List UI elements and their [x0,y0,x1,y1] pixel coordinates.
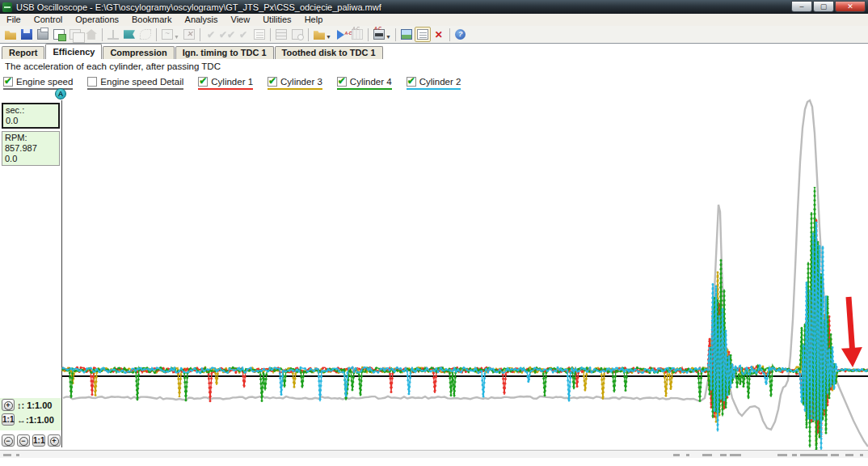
series-legend: Engine speed Engine speed Detail Cylinde… [3,77,461,90]
rpm-value-2: 0.0 [5,154,57,164]
reset-zoom-button[interactable]: 1:1 [32,434,45,447]
toggle-cylinder-1[interactable]: Cylinder 1 [198,77,253,90]
sec-readout[interactable]: sec.: 0.0 [2,103,60,129]
checkbox-checked-icon[interactable] [337,77,347,87]
window-zoom-icon[interactable] [289,27,305,42]
status-text-fragment [720,454,727,456]
toolbar-separator [156,28,157,41]
status-text-fragment [16,454,19,456]
toggle-engine-speed-detail[interactable]: Engine speed Detail [87,77,183,90]
toggle-cylinder-3[interactable]: Cylinder 3 [268,77,322,90]
menu-control[interactable]: Control [27,14,69,26]
menu-file[interactable]: File [0,14,27,26]
checkbox-checked-icon[interactable] [3,77,13,87]
toolbar-separator [395,28,396,41]
status-text-fragment [702,454,712,456]
toggle-cylinder-2[interactable]: Cylinder 2 [407,77,461,90]
status-text-fragment [831,454,839,456]
copy-screen-image-icon[interactable] [51,27,67,42]
zoom-vertical-plus-button[interactable]: + [2,399,15,411]
curve-settings-icon[interactable] [137,27,154,42]
app-icon [2,2,12,12]
monitor-wave-icon[interactable] [159,27,175,42]
probe-marker-icon[interactable] [105,27,121,42]
vertical-scale-label: ↕: 1:1.00 [17,400,52,410]
status-text-fragment [800,454,828,456]
oscilloscope-plot[interactable] [0,91,868,450]
open-analysis-icon[interactable] [311,27,327,42]
close-button[interactable]: ✕ [835,1,866,12]
sec-value: 0.0 [6,116,56,126]
rpm-label: RPM: [5,133,57,143]
maximize-button[interactable]: ▢ [813,1,834,12]
legend-label: Cylinder 3 [280,77,322,87]
zoom-one-to-one-button[interactable]: 1:1 [2,413,15,426]
menu-bar: File Control Operations Bookmark Analysi… [0,14,868,26]
toolbar-separator [368,28,369,41]
accept-double-icon[interactable]: ✔✔ [219,27,235,42]
accept-all-icon[interactable]: ✔ [235,27,251,42]
menu-analysis[interactable]: Analysis [179,14,225,26]
horizontal-scale-label: ↔:1:1.00 [17,415,54,425]
window-grid-icon[interactable] [273,27,289,42]
title-bar[interactable]: USB Oscilloscope - E:\GT\oscylogramy\osc… [0,0,868,14]
checkbox-unchecked-icon[interactable] [87,77,97,87]
status-text-fragment [673,454,680,456]
report-document-icon[interactable] [251,27,268,42]
accept-single-icon[interactable]: ✔ [203,27,219,42]
tab-bar: Report Efficiency Compression Ign. timin… [0,44,868,59]
range-a-c-icon[interactable] [371,27,387,42]
report-page-toggle-icon[interactable] [415,27,431,42]
toggle-cylinder-4[interactable]: Cylinder 4 [337,77,392,90]
analysis-grid-icon[interactable] [349,27,365,42]
menu-operations[interactable]: Operations [69,14,125,26]
menu-utilities[interactable]: Utilities [256,14,297,26]
bookmark-flag-icon[interactable] [121,27,137,42]
usb-oscilloscope-window: USB Oscilloscope - E:\GT\oscylogramy\osc… [0,0,868,466]
checkbox-checked-icon[interactable] [268,77,277,87]
chart-image-icon[interactable] [398,27,415,42]
legend-label: Engine speed Detail [100,77,183,87]
home-view-icon[interactable] [83,27,99,42]
monitor-delete-icon[interactable] [181,27,197,42]
status-text-fragment [3,454,11,456]
toolbar-separator [308,28,309,41]
tab-report[interactable]: Report [2,46,44,59]
delete-icon[interactable]: ✕ [431,27,447,42]
chart-description: The acceleration of each cylinder, after… [5,61,221,71]
tab-efficiency[interactable]: Efficiency [45,44,102,59]
status-text-fragment [792,454,797,456]
zoom-in-button[interactable]: + [48,434,61,447]
sec-label: sec.: [6,105,56,116]
dropdown-caret-icon[interactable]: ▼ [174,34,179,40]
status-text-fragment [845,454,853,456]
zoom-out-horizontal-button[interactable]: − [17,434,30,447]
run-analysis-icon[interactable] [333,27,349,42]
tab-compression[interactable]: Compression [103,46,174,59]
save-file-icon[interactable] [19,27,35,42]
copy-icon[interactable] [67,27,83,42]
fuel-cutoff-arrow [838,296,864,368]
legend-label: Cylinder 1 [211,77,253,87]
checkbox-checked-icon[interactable] [407,77,416,87]
rpm-value: 857.987 [5,143,57,154]
legend-label: Engine speed [16,77,73,87]
open-file-icon[interactable] [2,27,19,42]
toolbar-separator [102,28,103,41]
tab-toothed-disk[interactable]: Toothed disk to TDC 1 [275,46,383,59]
minimize-button[interactable]: ‒ [791,1,812,12]
checkbox-checked-icon[interactable] [198,77,208,87]
menu-view[interactable]: View [225,14,257,26]
menu-help[interactable]: Help [298,14,330,26]
print-icon[interactable] [35,27,51,42]
marker-a-badge[interactable]: A [55,88,66,100]
zoom-out-vertical-button[interactable]: − [2,434,15,447]
toolbar-separator [270,28,271,41]
status-text-fragment [777,454,787,456]
help-icon[interactable]: ? [453,27,469,42]
toolbar-separator [449,28,450,41]
tab-ign-timing[interactable]: Ign. timing to TDC 1 [175,46,274,59]
rpm-readout[interactable]: RPM: 857.987 0.0 [2,131,60,166]
menu-bookmark[interactable]: Bookmark [125,14,179,26]
legend-label: Cylinder 4 [350,77,392,87]
